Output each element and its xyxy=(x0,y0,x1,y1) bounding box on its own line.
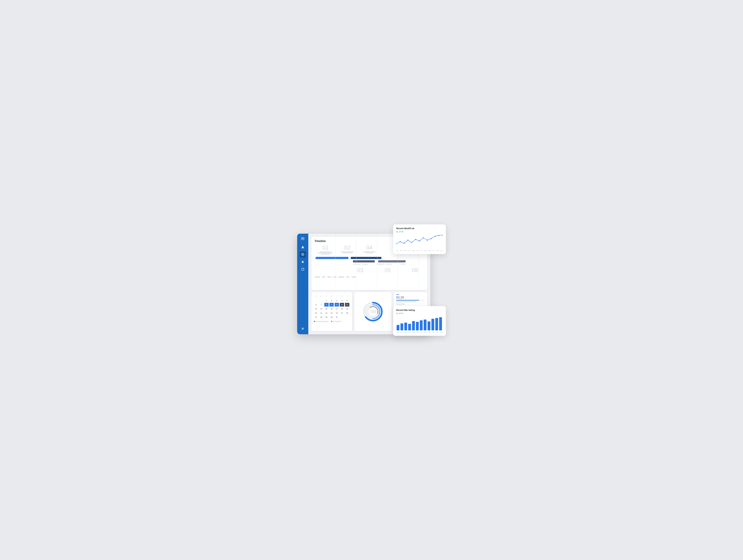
timeline-footer-06: 06 xyxy=(406,268,424,273)
cal-day-5[interactable]: 5 xyxy=(345,299,349,302)
cal-day-12[interactable]: 12 xyxy=(345,303,349,307)
cal-day-26[interactable]: 26 xyxy=(345,311,349,315)
svg-marker-3 xyxy=(302,261,304,263)
cal-empty xyxy=(319,299,323,302)
stat-row-1: 93.29 xyxy=(396,296,425,302)
cal-day-6[interactable]: 6 xyxy=(314,303,318,307)
svg-point-16 xyxy=(411,242,412,243)
svg-rect-27 xyxy=(404,323,407,330)
legend-item-2: Consectetur xyxy=(331,321,341,322)
donut-panel: 723 xyxy=(354,292,391,331)
timeline-footer-03: 03 xyxy=(351,268,369,273)
svg-point-18 xyxy=(419,240,420,241)
menu-button[interactable] xyxy=(300,236,306,241)
cal-day-31[interactable]: 31 xyxy=(335,315,339,319)
cal-day-20[interactable]: 20 xyxy=(314,311,318,315)
scene: Timeline 01 02 xyxy=(297,224,446,336)
cal-day-3[interactable]: 3 xyxy=(335,299,339,302)
cal-day-19[interactable]: 19 xyxy=(345,307,349,311)
svg-marker-0 xyxy=(302,246,304,248)
stats-accent-bar xyxy=(396,294,399,295)
cal-day-11[interactable]: 11 xyxy=(340,303,344,307)
cal-header-t2: T xyxy=(335,294,339,298)
svg-point-5 xyxy=(302,328,303,329)
cal-day-30[interactable]: 30 xyxy=(330,315,334,319)
svg-point-13 xyxy=(400,241,401,242)
sidebar-item-target[interactable] xyxy=(300,251,306,258)
svg-point-17 xyxy=(415,239,416,240)
cal-day-9[interactable]: 9 xyxy=(330,303,334,307)
sidebar-item-square[interactable] xyxy=(300,266,306,272)
cal-day-29[interactable]: 29 xyxy=(324,315,329,319)
cal-empty xyxy=(345,315,349,319)
marketing-bar-chart xyxy=(396,317,443,330)
svg-rect-28 xyxy=(408,324,411,330)
cal-day-15[interactable]: 15 xyxy=(324,307,329,311)
cal-day-7[interactable]: 7 xyxy=(319,303,323,307)
svg-rect-29 xyxy=(412,321,415,330)
cal-day-28[interactable]: 28 xyxy=(319,315,323,319)
cal-day-1[interactable]: 1 xyxy=(324,299,329,302)
workflow-badge: 17 % xyxy=(396,231,443,233)
cal-header-m: M xyxy=(319,294,323,298)
svg-rect-34 xyxy=(431,319,434,330)
svg-rect-26 xyxy=(400,323,403,330)
cal-day-17[interactable]: 17 xyxy=(335,307,339,311)
cal-header-w: W xyxy=(330,294,334,298)
svg-point-23 xyxy=(438,235,439,236)
cal-header-s1: S xyxy=(314,294,318,298)
svg-point-24 xyxy=(442,235,443,235)
sidebar-item-navigate[interactable] xyxy=(300,244,306,250)
cal-day-25[interactable]: 25 xyxy=(340,311,344,315)
donut-center-value: 723 xyxy=(370,310,376,314)
cal-day-2[interactable]: 2 xyxy=(330,299,334,302)
sidebar-item-settings[interactable] xyxy=(300,326,306,332)
calendar-legend: Lorem ipsum dolor Consectetur xyxy=(314,321,350,322)
cal-empty xyxy=(340,315,344,319)
svg-point-15 xyxy=(407,240,408,241)
svg-point-22 xyxy=(435,236,435,237)
legend-item-1: Lorem ipsum dolor xyxy=(314,321,329,322)
cal-header-t1: T xyxy=(324,294,329,298)
cal-day-4[interactable]: 4 xyxy=(340,299,344,302)
svg-rect-33 xyxy=(428,321,430,330)
timeline-col-04: 04 xyxy=(358,245,380,250)
cal-day-23[interactable]: 23 xyxy=(330,311,334,315)
cal-day-21[interactable]: 21 xyxy=(319,311,323,315)
stat-value-1: 93.29 xyxy=(396,296,425,299)
marketing-badge: 17 % xyxy=(396,312,443,315)
workflow-card: Recent Workfl ow 17 % Jan Feb Mar xyxy=(393,224,446,254)
svg-point-19 xyxy=(423,237,424,238)
svg-rect-36 xyxy=(439,317,442,330)
marketing-card: Recent Mar keting 17 % Jan Feb Mar Apr M xyxy=(393,306,446,336)
svg-rect-35 xyxy=(435,318,438,330)
cal-day-24[interactable]: 24 xyxy=(335,311,339,315)
sidebar-item-favorites[interactable] xyxy=(300,259,306,265)
svg-point-2 xyxy=(302,254,303,255)
sidebar xyxy=(297,234,308,334)
svg-rect-4 xyxy=(302,268,304,270)
cal-header-s2: S xyxy=(345,294,349,298)
cal-day-8[interactable]: 8 xyxy=(324,303,329,307)
svg-rect-32 xyxy=(424,320,427,330)
timeline-bars xyxy=(314,257,424,265)
svg-point-20 xyxy=(427,240,428,241)
svg-point-14 xyxy=(403,243,404,244)
svg-rect-31 xyxy=(420,320,423,330)
cal-day-18[interactable]: 18 xyxy=(340,307,344,311)
marketing-card-title: Recent Mar keting xyxy=(396,309,443,311)
cal-day-13[interactable]: 13 xyxy=(314,307,318,311)
cal-day-10[interactable]: 10 xyxy=(335,303,339,307)
svg-rect-25 xyxy=(397,325,399,330)
svg-rect-30 xyxy=(416,322,419,330)
cal-day-14[interactable]: 14 xyxy=(319,307,323,311)
calendar-panel: S M T W T F S 1 2 3 4 xyxy=(311,292,352,331)
cal-day-22[interactable]: 22 xyxy=(324,311,329,315)
workflow-card-title: Recent Workfl ow xyxy=(396,227,443,230)
svg-point-21 xyxy=(431,238,432,239)
cal-day-16[interactable]: 16 xyxy=(330,307,334,311)
cal-empty xyxy=(314,299,318,302)
donut-chart: 723 xyxy=(362,301,384,323)
timeline-col-01: 01 xyxy=(314,245,337,250)
cal-day-27[interactable]: 27 xyxy=(314,315,318,319)
